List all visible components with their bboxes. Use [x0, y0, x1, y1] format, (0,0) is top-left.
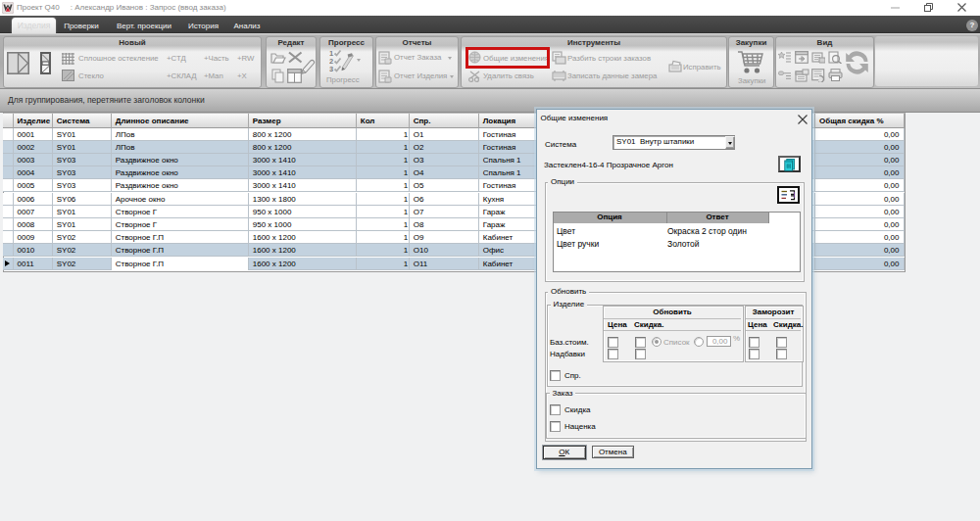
svg-text:3: 3: [329, 65, 333, 72]
